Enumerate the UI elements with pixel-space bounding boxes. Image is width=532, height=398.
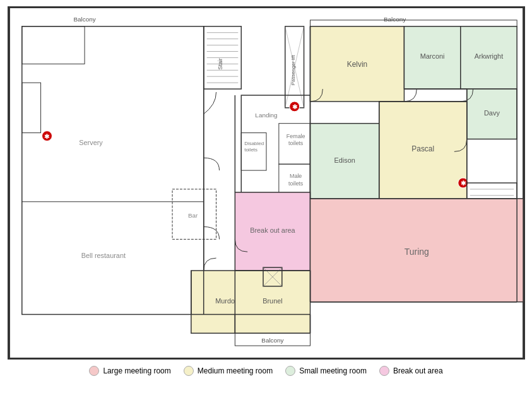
legend-large-label: Large meeting room [103,366,170,375]
legend-medium-color [184,366,194,376]
female-toilets-label: Female [286,133,305,139]
landing-label: Landing [255,112,277,119]
floor-plan: Balcony Balcony Servery Bell restaurant … [8,6,525,360]
brunel-label: Brunel [263,297,283,305]
disabled-toilets-label: Disabled [244,141,264,146]
legend-small-meeting: Small meeting room [285,366,367,376]
legend-breakout-label: Break out area [393,366,443,375]
legend-small-color [285,366,295,376]
lift-label: Passenger lift [290,54,295,85]
svg-text:toilets: toilets [288,140,304,146]
kelvin-label: Kelvin [346,60,367,69]
turing-label: Turing [404,247,429,257]
servery-label: Servery [79,139,103,146]
legend-medium-meeting: Medium meeting room [184,366,273,376]
balcony-top-right-label: Balcony [383,16,405,23]
arkwright-label: Arkwright [474,52,502,60]
legend: Large meeting room Medium meeting room S… [89,366,442,376]
svg-text:✱: ✱ [44,133,50,140]
pascal-label: Pascal [411,144,434,153]
breakout-label: Break out area [250,226,295,234]
bell-restaurant-label: Bell restaurant [81,252,125,259]
marconi-label: Marconi [420,52,444,60]
bar-label: Bar [187,212,198,219]
male-toilets-label: Male [289,173,301,179]
svg-text:✱: ✱ [460,180,466,187]
legend-large-color [89,366,99,376]
legend-breakout-color [379,366,389,376]
main-container: Balcony Balcony Servery Bell restaurant … [0,0,532,398]
stair-label: Stair [217,58,223,69]
svg-text:toilets: toilets [244,147,257,153]
balcony-top-left-label: Balcony [73,16,95,23]
svg-text:✱: ✱ [292,103,297,110]
balcony-bottom-label: Balcony [261,337,283,344]
edison-label: Edison [334,156,355,164]
svg-text:toilets: toilets [288,180,304,187]
legend-large-meeting: Large meeting room [89,366,170,376]
legend-breakout: Break out area [379,366,443,376]
legend-small-label: Small meeting room [299,366,367,375]
davy-label: Davy [483,109,499,117]
legend-medium-label: Medium meeting room [198,366,273,375]
